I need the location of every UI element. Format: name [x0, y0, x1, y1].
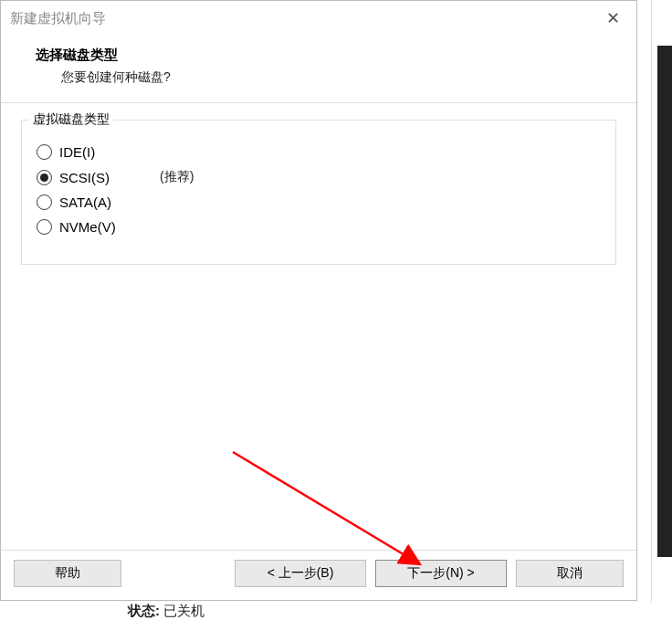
radio-option-scsi[interactable]: SCSI(S) (推荐): [37, 169, 601, 185]
close-icon[interactable]: ✕: [599, 5, 627, 32]
radio-label: NVMe(V): [59, 219, 142, 235]
radio-option-nvme[interactable]: NVMe(V): [37, 219, 601, 235]
group-legend: 虚拟磁盘类型: [29, 111, 113, 128]
radio-label: SATA(A): [59, 194, 142, 210]
radio-hint: (推荐): [160, 169, 194, 185]
backdrop-panel: [657, 46, 672, 557]
radio-icon: [37, 194, 52, 210]
radio-icon: [37, 144, 52, 160]
page-heading: 选择磁盘类型: [36, 47, 627, 64]
window-title: 新建虚拟机向导: [10, 10, 106, 27]
wizard-body: 虚拟磁盘类型 IDE(I) SCSI(S) (推荐) SATA(A) NVMe(…: [1, 103, 636, 550]
titlebar: 新建虚拟机向导 ✕: [1, 1, 636, 36]
wizard-header: 选择磁盘类型 您要创建何种磁盘?: [1, 36, 636, 103]
page-subheading: 您要创建何种磁盘?: [61, 69, 627, 86]
radio-option-sata[interactable]: SATA(A): [37, 194, 601, 210]
vertical-separator: [651, 0, 652, 603]
status-fragment: 状态: 已关机: [128, 603, 205, 620]
button-bar: 帮助 < 上一步(B) 下一步(N) > 取消: [1, 550, 636, 600]
back-button[interactable]: < 上一步(B): [235, 560, 366, 587]
status-value: 已关机: [163, 603, 205, 618]
radio-label: IDE(I): [59, 144, 142, 160]
disk-type-group: 虚拟磁盘类型 IDE(I) SCSI(S) (推荐) SATA(A) NVMe(…: [21, 120, 616, 265]
cancel-button[interactable]: 取消: [516, 560, 624, 587]
radio-icon: [37, 219, 52, 235]
wizard-dialog: 新建虚拟机向导 ✕ 选择磁盘类型 您要创建何种磁盘? 虚拟磁盘类型 IDE(I)…: [0, 0, 637, 601]
radio-label: SCSI(S): [59, 170, 142, 185]
next-button[interactable]: 下一步(N) >: [375, 560, 507, 587]
radio-icon: [37, 170, 52, 185]
radio-option-ide[interactable]: IDE(I): [37, 144, 601, 160]
status-label: 状态:: [128, 603, 160, 618]
help-button[interactable]: 帮助: [14, 560, 121, 587]
